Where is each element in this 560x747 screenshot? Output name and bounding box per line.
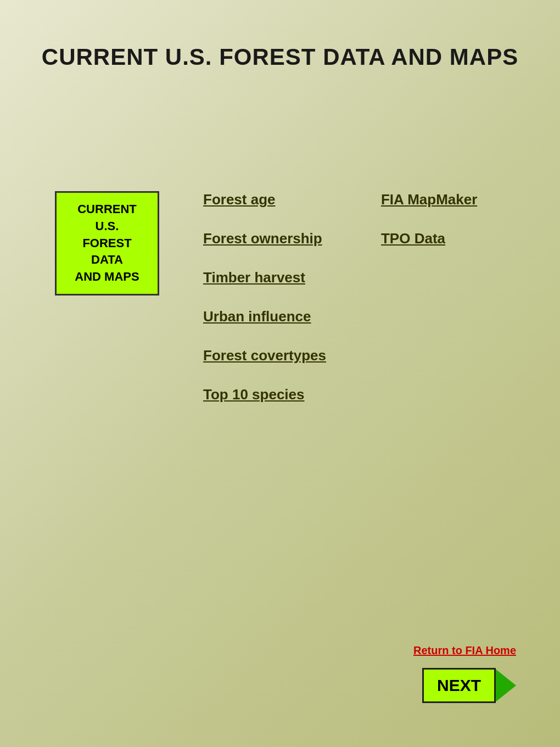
- link-urban-influence[interactable]: Urban influence: [203, 308, 326, 325]
- bottom-right: Return to FIA Home NEXT: [413, 644, 516, 703]
- link-fia-mapmaker[interactable]: FIA MapMaker: [381, 191, 477, 208]
- next-button-container[interactable]: NEXT: [422, 668, 516, 703]
- link-forest-covertypes[interactable]: Forest covertypes: [203, 347, 326, 364]
- left-links: Forest age Forest ownership Timber harve…: [203, 191, 326, 403]
- next-button[interactable]: NEXT: [422, 668, 496, 703]
- current-box-line1: CURRENT U.S.: [77, 202, 137, 233]
- link-forest-ownership[interactable]: Forest ownership: [203, 230, 326, 247]
- link-timber-harvest[interactable]: Timber harvest: [203, 269, 326, 286]
- return-to-fia-home-link[interactable]: Return to FIA Home: [413, 644, 516, 657]
- current-box-line2: FOREST DATA: [82, 236, 131, 267]
- current-box-line3: AND MAPS: [75, 270, 139, 283]
- next-arrow-icon: [494, 668, 516, 703]
- page-title: CURRENT U.S. FOREST DATA AND MAPS: [22, 44, 538, 70]
- link-tpo-data[interactable]: TPO Data: [381, 230, 477, 247]
- right-links: FIA MapMaker TPO Data: [381, 191, 477, 247]
- links-columns: Forest age Forest ownership Timber harve…: [203, 191, 477, 403]
- current-box: CURRENT U.S. FOREST DATA AND MAPS: [55, 191, 159, 296]
- page-container: CURRENT U.S. FOREST DATA AND MAPS CURREN…: [0, 0, 560, 747]
- link-forest-age[interactable]: Forest age: [203, 191, 326, 208]
- link-top-10-species[interactable]: Top 10 species: [203, 386, 326, 403]
- content-area: CURRENT U.S. FOREST DATA AND MAPS Forest…: [55, 191, 538, 403]
